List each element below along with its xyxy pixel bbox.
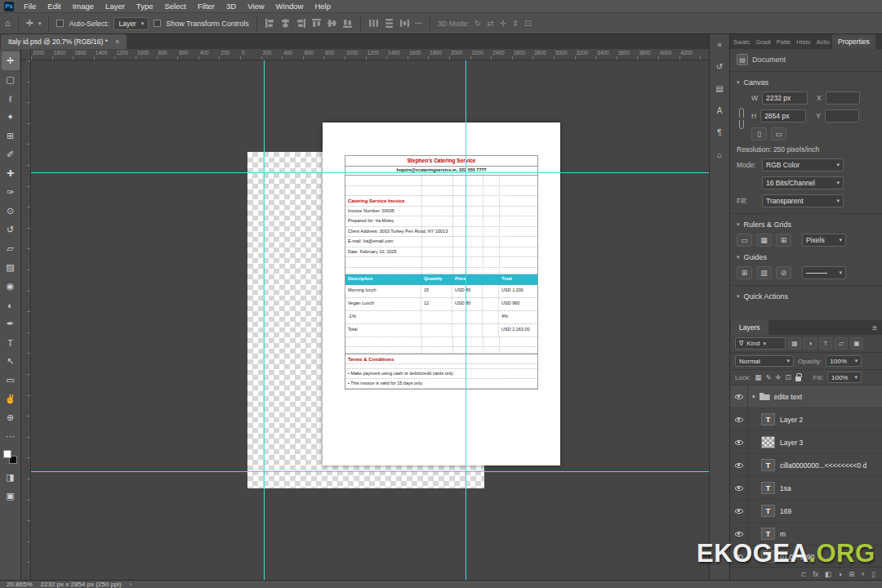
paragraph-panel-icon[interactable]: ¶ [711, 125, 728, 140]
text-layer-thumbnail[interactable]: T [761, 528, 775, 540]
menu-item[interactable]: 3D [220, 0, 242, 13]
layer-effects-icon[interactable]: fx [813, 570, 818, 578]
menu-item[interactable]: File [18, 0, 42, 13]
guide-vertical[interactable] [264, 60, 265, 580]
menu-item[interactable]: Edit [42, 0, 66, 13]
layer-row[interactable]: ▾ T edite text [730, 385, 882, 408]
panel-tab[interactable]: Histo [793, 38, 813, 49]
vertical-ruler[interactable] [21, 60, 31, 580]
guide-horizontal[interactable] [31, 172, 709, 173]
clear-guides-icon[interactable]: ⊘ [776, 266, 791, 279]
chevron-down-icon[interactable]: ▾ [38, 20, 42, 27]
menu-item[interactable]: View [242, 0, 270, 13]
menu-item[interactable]: Image [67, 0, 100, 13]
pan-3d-icon[interactable]: ✛ [500, 19, 506, 28]
new-guide-icon[interactable]: ⊞ [737, 266, 752, 279]
filter-smart-object-icon[interactable]: ▣ [850, 337, 863, 350]
lock-position-icon[interactable]: ✛ [775, 373, 781, 381]
layer-fill-dropdown[interactable]: 100%▾ [827, 372, 862, 383]
lasso-tool[interactable]: ℓ [2, 89, 20, 108]
guides-section-header[interactable]: ▾ Guides [730, 253, 882, 261]
document-tab[interactable]: Italy id.psd @ 20.7% (RGB/16) * × [1, 34, 127, 49]
move-tool[interactable]: ✛ [2, 51, 20, 70]
auto-select-target-dropdown[interactable]: Layer ▾ [114, 17, 149, 30]
distribute-horizontal-icon[interactable] [368, 18, 379, 29]
panel-tab[interactable]: Swatc [730, 38, 752, 49]
delete-layer-icon[interactable]: ▯ [871, 570, 875, 578]
visibility-eye-icon[interactable] [730, 454, 748, 476]
character-panel-icon[interactable]: A [711, 103, 728, 118]
blend-mode-dropdown[interactable]: Normal▾ [735, 355, 794, 367]
canvas-fill-dropdown[interactable]: Transparent▾ [762, 194, 844, 207]
canvas-viewport[interactable]: Stephen's Catering Service Inquire@scate… [31, 60, 709, 580]
layer-row[interactable]: ▾ T 169 [730, 500, 882, 523]
visibility-eye-icon[interactable] [730, 385, 748, 408]
layer-name[interactable]: 1sa [780, 484, 791, 492]
hand-tool[interactable]: ✌ [2, 390, 20, 408]
photoshop-logo-icon[interactable]: Ps [4, 2, 14, 11]
lock-transparency-icon[interactable]: ▦ [755, 373, 761, 381]
menu-item[interactable]: Window [270, 0, 310, 13]
document-canvas[interactable]: Stephen's Catering Service Inquire@scate… [323, 122, 560, 466]
tab-layers[interactable]: Layers [731, 320, 768, 335]
guide-style-dropdown[interactable]: ▾ [802, 266, 846, 279]
canvas-section-header[interactable]: ▾ Canvas [730, 78, 882, 87]
collapse-panels-icon[interactable]: « [711, 37, 728, 51]
visibility-eye-icon[interactable] [730, 431, 748, 453]
object-selection-tool[interactable]: ✦ [2, 108, 20, 127]
gradient-tool[interactable]: ▨ [2, 258, 20, 277]
lock-artboard-icon[interactable]: ⊡ [785, 373, 791, 381]
y-input[interactable] [825, 109, 859, 122]
rulers-grids-section-header[interactable]: ▾ Rulers & Grids [730, 220, 882, 229]
foreground-background-swatches[interactable] [3, 450, 17, 464]
tab-properties[interactable]: Properties [832, 34, 875, 49]
landscape-orientation-button[interactable]: ▭ [771, 127, 786, 140]
layer-group-icon[interactable]: ⊞ [849, 570, 854, 578]
blur-tool[interactable]: ◉ [2, 277, 20, 296]
layer-name[interactable]: Layer 2 [780, 416, 803, 424]
path-selection-tool[interactable]: ↖ [2, 352, 20, 371]
scale-3d-icon[interactable]: ⊡ [524, 19, 531, 28]
visibility-eye-icon[interactable] [730, 408, 748, 430]
filter-shape-icon[interactable]: ▱ [835, 337, 848, 350]
healing-brush-tool[interactable]: ✚ [2, 164, 20, 183]
width-input[interactable]: 2232 px [762, 91, 808, 105]
align-right-icon[interactable] [296, 18, 306, 29]
group-expand-caret-icon[interactable]: ▾ [752, 394, 755, 400]
swatches-panel-icon[interactable]: ▤ [711, 81, 728, 96]
link-dimensions-icon[interactable] [739, 108, 744, 129]
text-layer-thumbnail[interactable]: T [761, 482, 775, 494]
edit-toolbar-icon[interactable]: ⋯ [2, 427, 20, 446]
text-layer-thumbnail[interactable]: T [761, 459, 775, 471]
portrait-orientation-button[interactable]: ▯ [751, 127, 767, 140]
guide-horizontal[interactable] [31, 471, 709, 472]
more-options-icon[interactable]: ⋯ [415, 20, 422, 27]
distribute-spacing-icon[interactable] [399, 18, 410, 29]
quick-mask-icon[interactable]: ◨ [2, 468, 20, 487]
pixel-layer-thumbnail[interactable] [761, 436, 775, 448]
color-mode-dropdown[interactable]: RGB Color▾ [762, 158, 844, 172]
slide-3d-icon[interactable]: ⇕ [512, 19, 519, 28]
link-layers-icon[interactable]: ⊂ [800, 570, 806, 578]
adjustment-layer-icon[interactable]: ◑ [838, 570, 842, 578]
x-input[interactable] [826, 91, 860, 105]
filter-pixel-icon[interactable]: ▦ [788, 337, 801, 350]
lock-pixels-icon[interactable]: ✎ [765, 373, 771, 381]
align-bottom-icon[interactable] [342, 18, 353, 29]
orbit-3d-icon[interactable]: ↻ [474, 19, 481, 28]
bit-depth-dropdown[interactable]: 16 Bits/Channel▾ [762, 176, 844, 189]
screen-mode-icon[interactable]: ▣ [2, 487, 20, 506]
quick-actions-section-header[interactable]: ▾ Quick Actions [730, 292, 882, 301]
layer-name[interactable]: cilla0000000...<<<<<<<<0 d [780, 461, 866, 470]
layer-mask-icon[interactable]: ◧ [825, 570, 831, 578]
layer-name[interactable]: edite text [774, 393, 803, 401]
move-tool-icon[interactable]: ✛ [26, 19, 33, 28]
layer-name[interactable]: m [780, 530, 786, 538]
ruler-icon[interactable]: ▭ [737, 234, 752, 247]
visibility-eye-icon[interactable] [730, 477, 748, 499]
align-center-vertical-icon[interactable] [327, 18, 337, 29]
align-top-icon[interactable] [311, 18, 322, 29]
text-layer-thumbnail[interactable]: T [761, 413, 775, 425]
history-brush-tool[interactable]: ↺ [2, 220, 20, 239]
menu-item[interactable]: Layer [100, 0, 131, 13]
